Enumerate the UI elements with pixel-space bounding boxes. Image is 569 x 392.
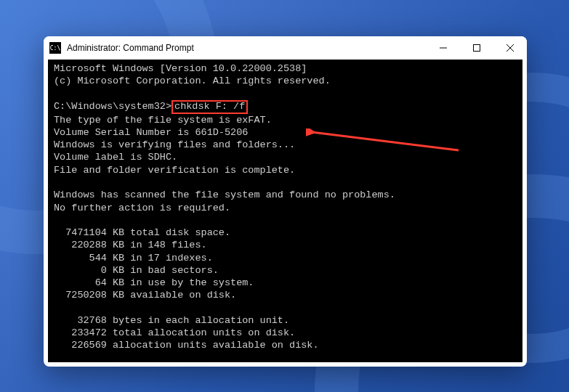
highlighted-command: chkdsk F: /f bbox=[171, 100, 248, 114]
close-button[interactable] bbox=[493, 36, 527, 60]
arrow-annotation-icon bbox=[306, 128, 466, 158]
stat-line: 233472 total allocation units on disk. bbox=[54, 327, 295, 338]
window-title: Administrator: Command Prompt bbox=[67, 43, 427, 53]
output-line: Volume Serial Number is 661D-5206 bbox=[54, 127, 248, 138]
stat-line: 64 KB in use by the system. bbox=[54, 277, 254, 288]
app-icon: C:\ bbox=[49, 42, 61, 54]
command-prompt-window: C:\ Administrator: Command Prompt Micros… bbox=[44, 36, 527, 367]
output-line: Windows is verifying files and folders..… bbox=[54, 139, 295, 150]
output-line: No further action is required. bbox=[54, 203, 230, 213]
prompt-path: C:\Windows\system32> bbox=[54, 101, 171, 112]
stat-line: 7250208 KB available on disk. bbox=[54, 290, 236, 301]
copyright-line: (c) Microsoft Corporation. All rights re… bbox=[54, 75, 331, 86]
stat-line: 226569 allocation units available on dis… bbox=[54, 340, 319, 351]
stat-line: 544 KB in 17 indexes. bbox=[54, 253, 213, 264]
svg-rect-1 bbox=[474, 45, 480, 52]
version-line: Microsoft Windows [Version 10.0.22000.25… bbox=[54, 63, 307, 74]
titlebar[interactable]: C:\ Administrator: Command Prompt bbox=[44, 36, 527, 60]
maximize-button[interactable] bbox=[460, 36, 493, 60]
terminal-output[interactable]: Microsoft Windows [Version 10.0.22000.25… bbox=[48, 60, 522, 362]
stat-line: 220288 KB in 148 files. bbox=[54, 240, 207, 250]
output-line: Volume label is SDHC. bbox=[54, 152, 177, 163]
output-line: File and folder verification is complete… bbox=[54, 165, 295, 176]
stat-line: 7471104 KB total disk space. bbox=[54, 227, 230, 238]
output-line: The type of the file system is exFAT. bbox=[54, 115, 272, 126]
stat-line: 0 KB in bad sectors. bbox=[54, 265, 219, 276]
minimize-button[interactable] bbox=[427, 36, 460, 60]
output-line: Windows has scanned the file system and … bbox=[54, 189, 395, 200]
stat-line: 32768 bytes in each allocation unit. bbox=[54, 315, 289, 326]
window-controls bbox=[427, 36, 527, 60]
svg-line-5 bbox=[312, 132, 459, 150]
